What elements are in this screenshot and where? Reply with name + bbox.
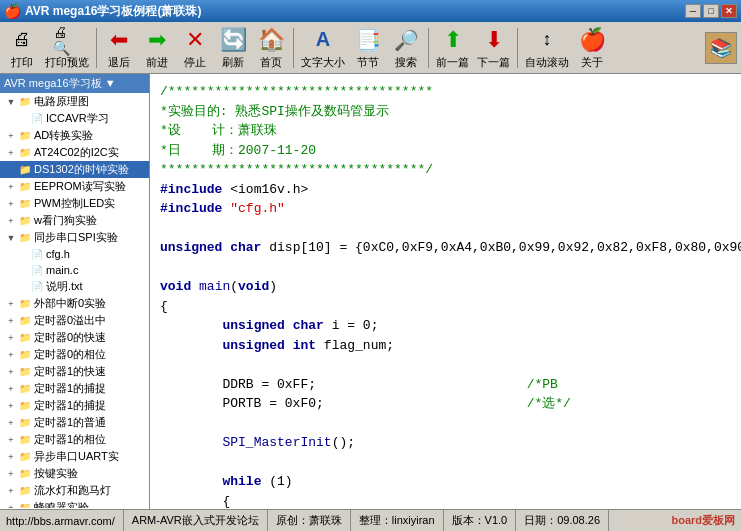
tree-item-17[interactable]: +📁定时器1的捕捉 <box>0 380 149 397</box>
tree-item-label: 异步串口UART实 <box>34 449 119 464</box>
tree-item-label: ICCAVR学习 <box>46 111 109 126</box>
tree-expand-icon[interactable]: + <box>4 146 18 160</box>
tree-expand-icon[interactable] <box>16 247 30 261</box>
tree-item-18[interactable]: +📁定时器1的捕捉 <box>0 397 149 414</box>
preview-button[interactable]: 🖨🔍 打印预览 <box>42 24 92 72</box>
tree-item-24[interactable]: +📁蜂鸣器实验 <box>0 499 149 508</box>
refresh-button[interactable]: 🔄 刷新 <box>215 24 251 72</box>
tree-item-13[interactable]: +📁定时器0溢出中 <box>0 312 149 329</box>
tree-item-11[interactable]: 📄说明.txt <box>0 278 149 295</box>
tree-expand-icon[interactable]: + <box>4 214 18 228</box>
tree-expand-icon[interactable]: + <box>4 129 18 143</box>
back-button[interactable]: ⬅ 退后 <box>101 24 137 72</box>
tree-item-9[interactable]: 📄cfg.h <box>0 246 149 262</box>
tree-item-6[interactable]: +📁PWM控制LED实 <box>0 195 149 212</box>
fontsize-label: 文字大小 <box>301 55 345 70</box>
tree-item-label: 电路原理图 <box>34 94 89 109</box>
home-button[interactable]: 🏠 首页 <box>253 24 289 72</box>
tree-expand-icon[interactable]: + <box>4 433 18 447</box>
tree-expand-icon[interactable]: ▼ <box>4 231 18 245</box>
tree-expand-icon[interactable]: + <box>4 450 18 464</box>
tree-item-3[interactable]: +📁AT24C02的I2C实 <box>0 144 149 161</box>
tree-area[interactable]: ▼📁电路原理图 📄ICCAVR学习+📁AD转换实验+📁AT24C02的I2C实 … <box>0 93 149 508</box>
tree-expand-icon[interactable]: + <box>4 382 18 396</box>
sidebar-header[interactable]: AVR mega16学习板 ▼ <box>0 74 149 93</box>
tree-item-23[interactable]: +📁流水灯和跑马灯 <box>0 482 149 499</box>
stop-button[interactable]: ✕ 停止 <box>177 24 213 72</box>
tree-expand-icon[interactable]: + <box>4 180 18 194</box>
tree-folder-icon: 📄 <box>30 247 44 261</box>
tree-expand-icon[interactable]: + <box>4 399 18 413</box>
tree-item-22[interactable]: +📁按键实验 <box>0 465 149 482</box>
sidebar: AVR mega16学习板 ▼ ▼📁电路原理图 📄ICCAVR学习+📁AD转换实… <box>0 74 150 509</box>
tree-item-label: 定时器1的快速 <box>34 364 106 379</box>
tree-expand-icon[interactable]: + <box>4 314 18 328</box>
tree-expand-icon[interactable]: + <box>4 501 18 509</box>
tree-item-1[interactable]: 📄ICCAVR学习 <box>0 110 149 127</box>
tree-item-label: main.c <box>46 264 78 276</box>
maximize-button[interactable]: □ <box>703 4 719 18</box>
main-area: AVR mega16学习板 ▼ ▼📁电路原理图 📄ICCAVR学习+📁AD转换实… <box>0 74 741 509</box>
code-content[interactable]: /********************************** *实验目… <box>150 74 741 509</box>
print-button[interactable]: 🖨 打印 <box>4 24 40 72</box>
tree-item-label: EEPROM读写实验 <box>34 179 126 194</box>
tree-expand-icon[interactable]: + <box>4 484 18 498</box>
tree-expand-icon[interactable]: + <box>4 331 18 345</box>
tree-folder-icon: 📁 <box>18 484 32 498</box>
tree-item-4[interactable]: 📁DS1302的时钟实验 <box>0 161 149 178</box>
about-button[interactable]: 🍎 关于 <box>574 24 610 72</box>
forward-button[interactable]: ➡ 前进 <box>139 24 175 72</box>
close-button[interactable]: ✕ <box>721 4 737 18</box>
tree-expand-icon[interactable]: + <box>4 197 18 211</box>
tree-item-10[interactable]: 📄main.c <box>0 262 149 278</box>
tree-item-7[interactable]: +📁w看门狗实验 <box>0 212 149 229</box>
tree-expand-icon[interactable]: + <box>4 348 18 362</box>
app-icon: 🍎 <box>4 3 21 19</box>
tree-item-12[interactable]: +📁外部中断0实验 <box>0 295 149 312</box>
prev-button[interactable]: ⬆ 前一篇 <box>433 24 472 72</box>
fontsize-button[interactable]: A 文字大小 <box>298 24 348 72</box>
back-label: 退后 <box>108 55 130 70</box>
minimize-button[interactable]: ─ <box>685 4 701 18</box>
tree-expand-icon[interactable]: + <box>4 365 18 379</box>
tree-item-label: 定时器0的相位 <box>34 347 106 362</box>
tree-item-0[interactable]: ▼📁电路原理图 <box>0 93 149 110</box>
tree-folder-icon: 📁 <box>18 416 32 430</box>
tree-expand-icon[interactable]: + <box>4 297 18 311</box>
tree-item-19[interactable]: +📁定时器1的普通 <box>0 414 149 431</box>
tree-expand-icon[interactable]: + <box>4 416 18 430</box>
tree-item-16[interactable]: +📁定时器1的快速 <box>0 363 149 380</box>
tree-expand-icon[interactable]: + <box>4 467 18 481</box>
sep1 <box>96 28 97 68</box>
search-button[interactable]: 🔎 搜索 <box>388 24 424 72</box>
autoscroll-icon: ↕️ <box>533 26 561 54</box>
tree-expand-icon[interactable] <box>16 280 30 294</box>
bookmark-button[interactable]: 📑 节节 <box>350 24 386 72</box>
tree-item-label: PWM控制LED实 <box>34 196 115 211</box>
tree-expand-icon[interactable]: ▼ <box>4 95 18 109</box>
tree-item-label: w看门狗实验 <box>34 213 97 228</box>
tree-item-15[interactable]: +📁定时器0的相位 <box>0 346 149 363</box>
tree-folder-icon: 📁 <box>18 314 32 328</box>
refresh-icon: 🔄 <box>219 26 247 54</box>
next-button[interactable]: ⬇ 下一篇 <box>474 24 513 72</box>
tree-item-2[interactable]: +📁AD转换实验 <box>0 127 149 144</box>
search-label: 搜索 <box>395 55 417 70</box>
tree-item-label: 说明.txt <box>46 279 83 294</box>
tree-item-21[interactable]: +📁异步串口UART实 <box>0 448 149 465</box>
status-date: 日期：09.08.26 <box>524 510 609 531</box>
title-bar: 🍎 AVR mega16学习板例程(萧联珠) ─ □ ✕ <box>0 0 741 22</box>
tree-expand-icon[interactable] <box>4 163 18 177</box>
tree-folder-icon: 📁 <box>18 331 32 345</box>
tree-item-5[interactable]: +📁EEPROM读写实验 <box>0 178 149 195</box>
tree-expand-icon[interactable] <box>16 112 30 126</box>
tree-item-label: 外部中断0实验 <box>34 296 106 311</box>
tree-item-label: 定时器0溢出中 <box>34 313 106 328</box>
tree-item-20[interactable]: +📁定时器1的相位 <box>0 431 149 448</box>
tree-item-label: 定时器0的快速 <box>34 330 106 345</box>
status-desc: ARM-AVR嵌入式开发论坛 <box>132 510 268 531</box>
tree-expand-icon[interactable] <box>16 263 30 277</box>
autoscroll-button[interactable]: ↕️ 自动滚动 <box>522 24 572 72</box>
tree-item-14[interactable]: +📁定时器0的快速 <box>0 329 149 346</box>
tree-item-8[interactable]: ▼📁同步串口SPI实验 <box>0 229 149 246</box>
